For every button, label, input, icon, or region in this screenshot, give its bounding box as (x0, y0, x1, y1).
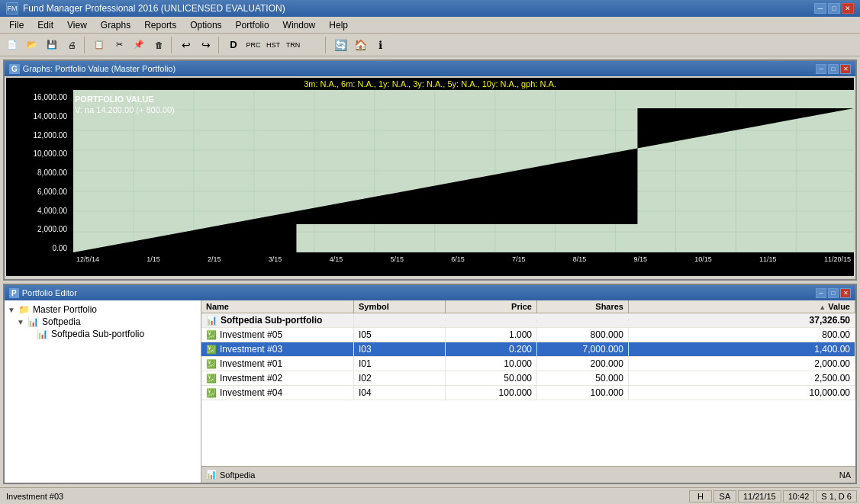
col-symbol: Symbol (354, 300, 446, 313)
td-price-1: 1.000 (446, 328, 537, 342)
table-row[interactable]: 💹 Investment #01 I01 10.000 200.000 2,00… (201, 357, 855, 371)
portfolio-win-controls: ─ □ ✕ (816, 288, 851, 298)
y-label-4: 8,000.00 (9, 169, 70, 177)
portfolio-close-btn[interactable]: ✕ (840, 288, 851, 298)
x-label-11: 11/15 (759, 255, 777, 269)
tb-d[interactable]: D (224, 36, 243, 54)
tree-softpedia[interactable]: ▼ 📊 Softpedia (17, 316, 198, 328)
td-value-3: 2,000.00 (629, 357, 855, 371)
status-bar: Investment #03 H SA 11/21/15 10:42 S 1, … (0, 487, 860, 504)
menu-view[interactable]: View (61, 18, 93, 32)
tb-print[interactable]: 🖨 (63, 36, 81, 54)
tb-new[interactable]: 📄 (3, 36, 21, 54)
tb-cut[interactable]: ✂ (110, 36, 128, 54)
tb-delete[interactable]: 🗑 (150, 36, 168, 54)
table-row[interactable]: 💹 Investment #02 I02 50.000 50.000 2,500… (201, 371, 855, 386)
x-label-3: 3/15 (269, 255, 282, 269)
td-name-0: 📊 Softpedia Sub-portfolio (201, 313, 354, 327)
tb-open[interactable]: 📂 (23, 36, 41, 54)
tb-paste[interactable]: 📌 (130, 36, 148, 54)
menu-graphs[interactable]: Graphs (95, 18, 137, 32)
portfolio-win-icon: P (9, 288, 19, 298)
table-footer: 📊 Softpedia NA (201, 466, 855, 483)
menu-edit[interactable]: Edit (31, 18, 60, 32)
menu-help[interactable]: Help (323, 18, 354, 32)
tb-sep1 (84, 37, 87, 53)
graph-area: 16,000.00 14,000.00 12,000.00 10,000.00 … (6, 90, 854, 269)
x-label-0: 12/5/14 (76, 255, 99, 269)
td-value-0: 37,326.50 (629, 313, 855, 327)
maximize-button[interactable]: □ (828, 3, 840, 14)
tb-redo[interactable]: ↪ (197, 36, 215, 54)
close-button[interactable]: ✕ (842, 3, 854, 14)
tb-info[interactable]: ℹ (371, 36, 389, 54)
table-row[interactable]: 💹 Investment #05 I05 1.000 800.000 800.0… (201, 328, 855, 342)
portfolio-minimize-btn[interactable]: ─ (816, 288, 826, 298)
tb-x1[interactable] (304, 36, 322, 54)
row4-name: Investment #02 (220, 373, 282, 384)
td-shares-3: 200.000 (537, 357, 629, 371)
tb-refresh[interactable]: 🔄 (331, 36, 349, 54)
td-shares-2: 7,000.000 (537, 342, 629, 356)
menu-file[interactable]: File (3, 18, 30, 32)
td-name-5: 💹 Investment #04 (201, 386, 354, 400)
main-content: G Graphs: Portfolio Value (Master Portfo… (0, 56, 860, 487)
tb-undo[interactable]: ↩ (177, 36, 195, 54)
status-h: H (689, 490, 712, 502)
row4-icon: 💹 (206, 374, 217, 384)
td-symbol-1: I05 (354, 328, 446, 342)
menu-reports[interactable]: Reports (138, 18, 182, 32)
row3-icon: 💹 (206, 359, 217, 369)
chart-body (73, 90, 854, 252)
graph-maximize-btn[interactable]: □ (828, 64, 839, 74)
tb-home[interactable]: 🏠 (351, 36, 369, 54)
portfolio-title: Portfolio Editor (22, 288, 77, 297)
td-price-2: 0.200 (446, 342, 537, 356)
tree-sub-label: Softpedia Sub-portfolio (51, 329, 144, 339)
col-value: ▲ Value (629, 300, 855, 313)
tb-copy[interactable]: 📋 (90, 36, 108, 54)
tree-expand-softpedia: ▼ (17, 318, 24, 326)
td-price-3: 10.000 (446, 357, 537, 371)
table-row[interactable]: 💹 Investment #03 I03 0.200 7,000.000 1,4… (201, 342, 855, 357)
row1-icon: 💹 (206, 330, 217, 340)
tb-trn[interactable]: TRN (284, 36, 302, 54)
row0-icon: 📊 (206, 315, 217, 326)
graph-minimize-btn[interactable]: ─ (816, 64, 826, 74)
portfolio-maximize-btn[interactable]: □ (828, 288, 839, 298)
tb-hst[interactable]: HST (264, 36, 282, 54)
toolbar: 📄 📂 💾 🖨 📋 ✂ 📌 🗑 ↩ ↪ D PRC HST TRN 🔄 🏠 ℹ (0, 34, 860, 56)
tb-prc[interactable]: PRC (244, 36, 263, 54)
minimize-button[interactable]: ─ (814, 3, 826, 14)
tree-master-portfolio[interactable]: ▼ 📁 Master Portfolio (8, 303, 198, 316)
table-row[interactable]: 💹 Investment #04 I04 100.000 100.000 10,… (201, 386, 855, 400)
table-header: Name Symbol Price Shares ▲ Value (201, 300, 855, 313)
chart-svg (73, 90, 854, 252)
td-symbol-2: I03 (354, 342, 446, 356)
tree-softpedia-sub[interactable]: 📊 Softpedia Sub-portfolio (26, 328, 198, 340)
portfolio-titlebar: P Portfolio Editor ─ □ ✕ (5, 285, 855, 300)
sort-arrow-icon: ▲ (819, 303, 826, 311)
graph-close-btn[interactable]: ✕ (840, 64, 851, 74)
td-price-4: 50.000 (446, 371, 537, 385)
table-row[interactable]: 📊 Softpedia Sub-portfolio 37,326.50 (201, 313, 855, 328)
td-shares-4: 50.000 (537, 371, 629, 385)
menu-portfolio[interactable]: Portfolio (230, 18, 275, 32)
td-price-0 (446, 319, 537, 322)
app-title: Fund Manager Professional 2016 (UNLICENS… (23, 3, 285, 14)
tree-master-label: Master Portfolio (33, 304, 97, 315)
master-portfolio-icon: 📁 (18, 304, 30, 315)
col-value-label: Value (828, 302, 850, 311)
td-symbol-5: I04 (354, 386, 446, 400)
x-label-4: 4/15 (330, 255, 343, 269)
graph-portfolio-value: V: na 14,200.00 (+ 800.00) (75, 105, 175, 114)
menu-window[interactable]: Window (277, 18, 322, 32)
menu-options[interactable]: Options (184, 18, 227, 32)
x-axis: 12/5/14 1/15 2/15 3/15 4/15 5/15 6/15 7/… (73, 252, 854, 269)
tb-sep4 (325, 37, 328, 53)
row2-name: Investment #03 (220, 344, 282, 355)
tb-save[interactable]: 💾 (43, 36, 61, 54)
status-sa: SA (713, 490, 736, 502)
graph-win-controls: ─ □ ✕ (816, 64, 851, 74)
tree-softpedia-label: Softpedia (42, 316, 81, 327)
